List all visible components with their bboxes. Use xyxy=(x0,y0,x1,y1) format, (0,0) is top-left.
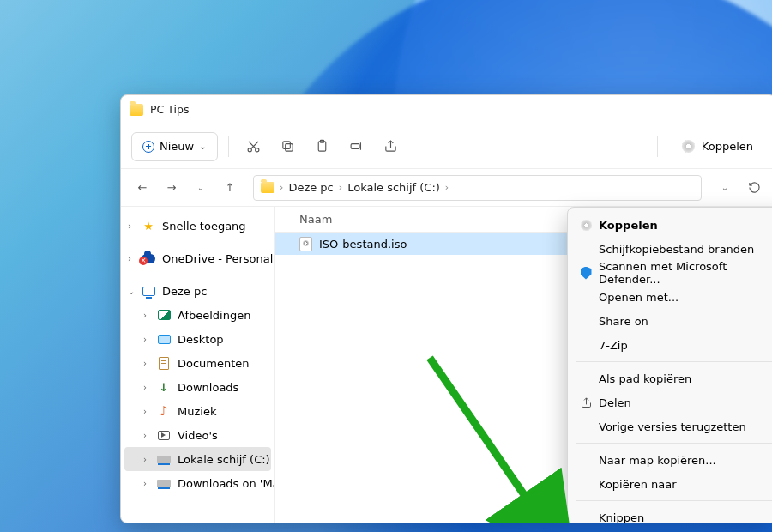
navigation-pane: ›★Snelle toegang ›×OneDrive - Personal ⌄… xyxy=(121,207,275,523)
folder-icon xyxy=(130,104,143,116)
cloud-icon: × xyxy=(142,251,155,265)
sidebar-item-downloads[interactable]: ›↓Downloads xyxy=(124,375,271,399)
file-explorer-window: PC Tips Nieuw ⌄ Koppelen ← → ⌄ ↑ › xyxy=(120,94,772,523)
new-button-label: Nieuw xyxy=(160,140,194,153)
sidebar-item-videos[interactable]: ›Video's xyxy=(124,423,271,447)
sidebar-label: Snelle toegang xyxy=(162,220,246,233)
navigation-bar: ← → ⌄ ↑ › Deze pc › Lokale schijf (C:) ›… xyxy=(121,169,772,207)
star-icon: ★ xyxy=(142,219,155,233)
sidebar-item-local-disk-c[interactable]: ›Lokale schijf (C:) xyxy=(124,447,271,471)
sidebar-label: Afbeeldingen xyxy=(178,309,250,322)
drive-icon xyxy=(157,476,171,490)
share-icon xyxy=(579,396,593,409)
svg-rect-6 xyxy=(351,144,359,149)
up-button[interactable]: ↑ xyxy=(217,175,243,201)
toolbar-separator xyxy=(657,136,658,157)
svg-line-7 xyxy=(430,358,563,523)
sidebar-label: Muziek xyxy=(178,405,216,418)
menu-separator xyxy=(576,361,772,362)
video-icon xyxy=(157,428,171,442)
shield-icon xyxy=(579,266,593,280)
desktop-icon xyxy=(157,332,171,346)
monitor-icon xyxy=(142,284,155,298)
sidebar-label: Documenten xyxy=(178,357,250,370)
cut-button[interactable] xyxy=(239,132,268,161)
ctx-defender[interactable]: Scannen met Microsoft Defender... xyxy=(573,261,772,285)
ctx-copy-path[interactable]: Als pad kopiëren xyxy=(573,366,772,390)
sidebar-label: Video's xyxy=(178,429,218,442)
svg-rect-3 xyxy=(283,142,291,149)
refresh-button[interactable] xyxy=(741,175,767,201)
ctx-copy-to-folder[interactable]: Naar map kopiëren... xyxy=(573,448,772,472)
sidebar-label: Deze pc xyxy=(162,285,207,298)
download-icon: ↓ xyxy=(157,380,171,394)
ctx-cut[interactable]: Knippen xyxy=(573,505,772,523)
sidebar-label: OneDrive - Personal xyxy=(162,252,273,265)
titlebar: PC Tips xyxy=(121,95,772,124)
menu-separator xyxy=(576,443,772,444)
ctx-copy-to[interactable]: Kopiëren naar› xyxy=(573,472,772,496)
svg-point-1 xyxy=(256,148,259,152)
ctx-open-with[interactable]: Openen met... xyxy=(573,285,772,309)
chevron-down-icon: ⌄ xyxy=(199,142,206,151)
drive-icon xyxy=(157,452,171,466)
ctx-mount[interactable]: Koppelen xyxy=(573,213,772,237)
copy-button[interactable] xyxy=(274,132,303,161)
context-menu: Koppelen Schijfkopiebestand branden Scan… xyxy=(567,207,772,523)
music-icon: ♪ xyxy=(157,404,171,418)
annotation-arrow xyxy=(421,349,584,523)
pictures-icon xyxy=(157,308,171,322)
command-toolbar: Nieuw ⌄ Koppelen xyxy=(121,124,772,169)
plus-icon xyxy=(142,141,154,153)
file-list: Naam Type G ISO-bestand.iso Schijfkopieb… xyxy=(275,207,772,523)
mount-button[interactable]: Koppelen xyxy=(670,132,765,161)
sidebar-item-this-pc[interactable]: ⌄Deze pc xyxy=(124,279,271,303)
menu-separator xyxy=(576,500,772,501)
ctx-share-on[interactable]: Share on› xyxy=(573,309,772,333)
chevron-right-icon: › xyxy=(339,182,342,193)
svg-rect-2 xyxy=(286,144,293,152)
sidebar-label: Lokale schijf (C:) xyxy=(178,453,270,466)
chevron-right-icon: › xyxy=(280,182,283,193)
new-button[interactable]: Nieuw ⌄ xyxy=(131,132,218,161)
disc-icon xyxy=(579,218,593,232)
document-icon xyxy=(157,356,171,370)
breadcrumb-segment[interactable]: Deze pc xyxy=(288,181,333,194)
ctx-burn[interactable]: Schijfkopiebestand branden xyxy=(573,237,772,261)
sidebar-item-onedrive[interactable]: ›×OneDrive - Personal xyxy=(124,246,271,270)
sidebar-item-documents[interactable]: ›Documenten xyxy=(124,351,271,375)
toolbar-separator xyxy=(228,136,229,157)
breadcrumb-segment[interactable]: Lokale schijf (C:) xyxy=(347,181,440,194)
sidebar-label: Downloads xyxy=(178,381,238,394)
sidebar-item-desktop[interactable]: ›Desktop xyxy=(124,327,271,351)
ctx-share[interactable]: Delen xyxy=(573,390,772,414)
address-bar[interactable]: › Deze pc › Lokale schijf (C:) › xyxy=(253,175,702,201)
mount-button-label: Koppelen xyxy=(702,140,753,153)
sidebar-item-quick-access[interactable]: ›★Snelle toegang xyxy=(124,214,271,238)
window-title: PC Tips xyxy=(150,103,189,116)
disc-icon xyxy=(682,140,695,153)
back-button[interactable]: ← xyxy=(130,175,155,201)
sidebar-label: Downloads on 'Ma xyxy=(178,477,275,490)
ctx-previous-versions[interactable]: Vorige versies terugzetten xyxy=(573,414,772,438)
file-name: ISO-bestand.iso xyxy=(319,238,407,251)
sidebar-label: Desktop xyxy=(178,333,224,346)
recent-locations-button[interactable]: ⌄ xyxy=(188,175,214,201)
ctx-7zip[interactable]: 7-Zip› xyxy=(573,333,772,357)
address-dropdown-button[interactable]: ⌄ xyxy=(712,175,738,201)
svg-point-0 xyxy=(248,148,251,152)
share-button[interactable] xyxy=(377,132,406,161)
folder-icon xyxy=(261,182,274,193)
paste-button[interactable] xyxy=(308,132,337,161)
iso-file-icon xyxy=(299,237,312,251)
chevron-right-icon: › xyxy=(445,182,449,193)
rename-button[interactable] xyxy=(342,132,371,161)
forward-button[interactable]: → xyxy=(159,175,184,201)
sidebar-item-music[interactable]: ›♪Muziek xyxy=(124,399,271,423)
sidebar-item-downloads-network[interactable]: ›Downloads on 'Ma xyxy=(124,471,271,495)
sidebar-item-pictures[interactable]: ›Afbeeldingen xyxy=(124,303,271,327)
